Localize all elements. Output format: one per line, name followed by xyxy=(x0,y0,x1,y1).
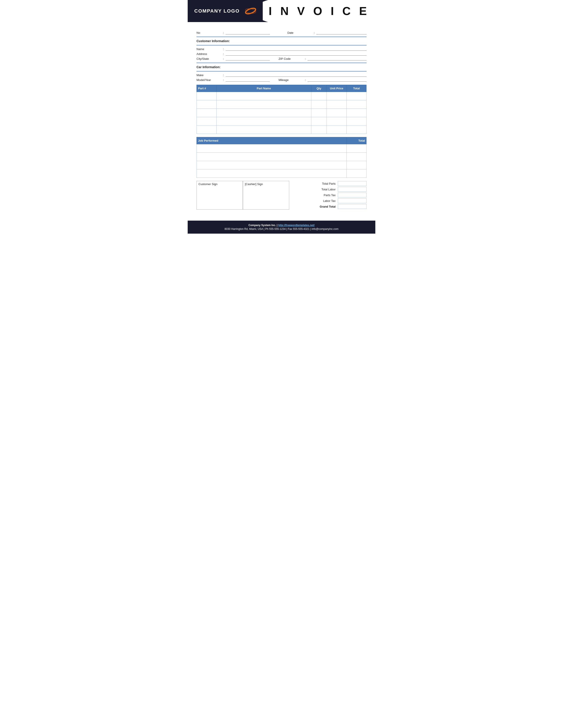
table-row xyxy=(197,144,367,153)
make-label: Make xyxy=(196,73,223,77)
total-labor-label: Total Labor xyxy=(294,188,338,191)
labor-tax-label: Labor Tax xyxy=(294,199,338,203)
col-header-qty: Qty xyxy=(311,85,327,92)
bottom-section: Customer Sign [Cashier] Sign Total Parts… xyxy=(196,181,367,210)
zip-field[interactable] xyxy=(308,56,367,60)
job-table: Job Performed Total xyxy=(196,137,367,178)
logo-text: COMPANY LOGO xyxy=(194,8,239,14)
footer-line2: 8030 Harrington Rd, Miami, USA | Ph 555-… xyxy=(192,227,371,231)
address-colon: : xyxy=(223,52,224,56)
col-header-name: Part Name xyxy=(216,85,311,92)
name-field[interactable] xyxy=(226,47,367,51)
footer-url[interactable]: http://freewordtemplates.net/ xyxy=(278,224,315,227)
no-colon: : xyxy=(223,31,224,34)
labor-tax-field[interactable] xyxy=(338,198,367,203)
main-content: No : Date : Customer Information: Name :… xyxy=(188,22,375,214)
no-field[interactable] xyxy=(226,30,270,34)
signature-boxes: Customer Sign [Cashier] Sign xyxy=(196,181,289,210)
city-field[interactable] xyxy=(226,56,270,60)
labor-tax-row: Labor Tax xyxy=(294,198,367,203)
make-colon: : xyxy=(223,73,224,77)
invoice-title: I N V O I C E xyxy=(269,4,370,18)
car-section: Car Information: Make : Model/Year : Mil… xyxy=(196,65,367,82)
col-header-job: Job Performed xyxy=(197,137,347,144)
city-zip-row: City/State : ZIP Code : xyxy=(196,56,367,60)
table-row xyxy=(197,117,367,126)
car-section-title: Car Information: xyxy=(196,65,367,69)
grand-total-row: Grand Total xyxy=(294,204,367,209)
no-label: No xyxy=(196,31,223,34)
name-row: Name : xyxy=(196,47,367,51)
divider-car-top xyxy=(196,63,367,63)
customer-divider xyxy=(196,45,367,45)
grand-total-label: Grand Total xyxy=(294,205,338,208)
divider-top xyxy=(196,37,367,37)
customer-section-title: Customer Information: xyxy=(196,39,367,43)
mileage-colon: : xyxy=(305,78,306,82)
svg-point-0 xyxy=(245,7,256,15)
city-label: City/State xyxy=(196,57,223,60)
table-row xyxy=(197,109,367,117)
logo-area: COMPANY LOGO xyxy=(188,0,263,22)
total-parts-field[interactable] xyxy=(338,181,367,186)
model-field[interactable] xyxy=(226,78,270,82)
table-row xyxy=(197,100,367,109)
model-label: Model/Year xyxy=(196,78,223,82)
table-row xyxy=(197,126,367,134)
car-divider xyxy=(196,71,367,71)
total-parts-label: Total Parts xyxy=(294,182,338,185)
model-mileage-row: Model/Year : Mileage : xyxy=(196,78,367,82)
mileage-label: Mileage xyxy=(278,78,305,82)
zip-colon: : xyxy=(305,57,306,60)
make-row: Make : xyxy=(196,73,367,77)
name-label: Name xyxy=(196,47,223,51)
mileage-field[interactable] xyxy=(308,78,367,82)
no-date-row: No : Date : xyxy=(196,30,367,34)
customer-section: Customer Information: Name : Address : C… xyxy=(196,39,367,60)
model-colon: : xyxy=(223,78,224,82)
parts-table: Part # Part Name Qty Unit Price Total xyxy=(196,85,367,134)
title-area: I N V O I C E xyxy=(263,0,375,22)
date-colon: : xyxy=(314,31,315,34)
zip-label: ZIP Code xyxy=(278,57,305,60)
make-field[interactable] xyxy=(226,73,367,77)
table-row xyxy=(197,169,367,178)
grand-total-field[interactable] xyxy=(338,204,367,209)
parts-tax-label: Parts Tax xyxy=(294,193,338,197)
cashier-sign-box: [Cashier] Sign xyxy=(243,181,289,210)
table-row xyxy=(197,92,367,100)
address-label: Address xyxy=(196,52,223,56)
date-field[interactable] xyxy=(317,30,367,34)
total-labor-field[interactable] xyxy=(338,187,367,192)
customer-sign-box: Customer Sign xyxy=(196,181,243,210)
footer-company: Company System Inc. | xyxy=(248,224,277,227)
col-header-job-total: Total xyxy=(347,137,367,144)
totals-section: Total Parts Total Labor Parts Tax Labor … xyxy=(294,181,367,210)
col-header-total: Total xyxy=(347,85,367,92)
table-row xyxy=(197,153,367,161)
address-field[interactable] xyxy=(226,52,367,56)
parts-tax-field[interactable] xyxy=(338,193,367,197)
total-labor-row: Total Labor xyxy=(294,187,367,192)
footer-line1: Company System Inc. | http://freewordtem… xyxy=(192,224,371,227)
cashier-sign-label: [Cashier] Sign xyxy=(245,182,263,186)
total-parts-row: Total Parts xyxy=(294,181,367,186)
col-header-part: Part # xyxy=(197,85,216,92)
table-row xyxy=(197,161,367,169)
date-label: Date xyxy=(288,31,314,34)
parts-tax-row: Parts Tax xyxy=(294,193,367,197)
name-colon: : xyxy=(223,47,224,51)
address-row: Address : xyxy=(196,52,367,56)
logo-swoosh-icon xyxy=(245,7,256,15)
col-header-price: Unit Price xyxy=(327,85,347,92)
page-footer: Company System Inc. | http://freewordtem… xyxy=(188,221,375,234)
customer-sign-label: Customer Sign xyxy=(198,182,217,186)
page-header: COMPANY LOGO I N V O I C E xyxy=(188,0,375,22)
city-colon: : xyxy=(223,57,224,60)
